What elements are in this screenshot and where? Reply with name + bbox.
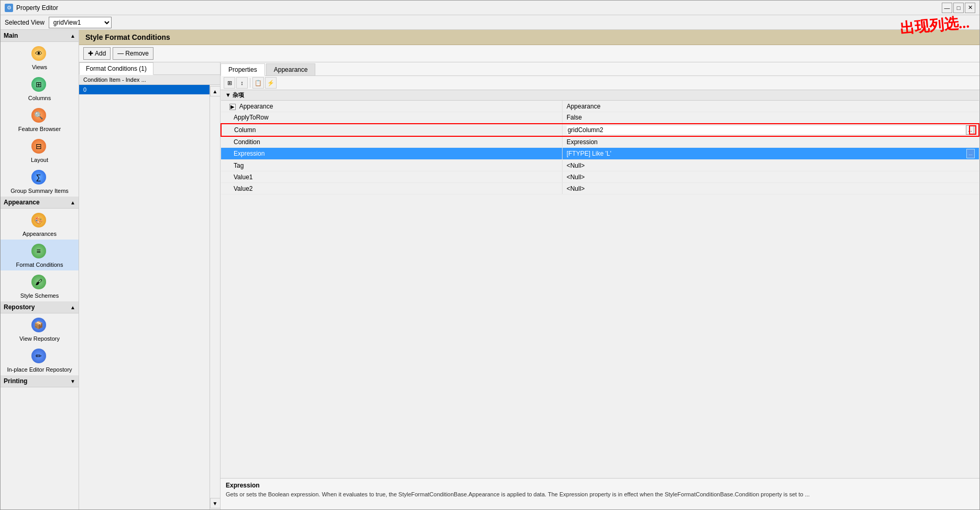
prop-name-condition: Condition bbox=[221, 136, 562, 148]
sidebar-item-style-schemes[interactable]: 🖌 Style Schemes bbox=[1, 270, 79, 301]
condition-items-list: 0 bbox=[79, 85, 210, 509]
description-area: Expression Gets or sets the Boolean expr… bbox=[221, 478, 979, 509]
app-icon: ⚙ bbox=[5, 4, 13, 12]
remove-button[interactable]: — Remove bbox=[113, 47, 153, 60]
maximize-button[interactable]: □ bbox=[953, 3, 964, 13]
props-row-applytorow: ApplyToRow False bbox=[221, 112, 979, 124]
tab-appearance[interactable]: Appearance bbox=[266, 63, 316, 75]
condition-entry[interactable]: 0 bbox=[79, 85, 210, 95]
main-toolbar: ✚ Add — Remove bbox=[79, 45, 979, 62]
prop-name-value2: Value2 bbox=[221, 183, 562, 194]
prop-name-tag: Tag bbox=[221, 160, 562, 171]
add-button[interactable]: ✚ Add bbox=[83, 47, 111, 60]
sidebar-printing-section[interactable]: Printing ▼ bbox=[1, 375, 79, 387]
selected-view-dropdown[interactable]: gridView1 bbox=[49, 17, 112, 28]
sidebar-item-label: View Repostory bbox=[19, 335, 60, 342]
sidebar-item-group-summary[interactable]: ∑ Group Summary Items bbox=[1, 166, 79, 197]
prop-value-column: ... bbox=[562, 124, 979, 136]
sidebar-item-label: Style Schemes bbox=[20, 292, 59, 299]
condition-list: Format Conditions (1) Condition Item - I… bbox=[79, 62, 221, 509]
prop-name-expression: Expression bbox=[221, 148, 562, 160]
sidebar-item-label: Group Summary Items bbox=[10, 188, 69, 194]
selected-view-label: Selected View bbox=[5, 19, 45, 26]
sidebar-item-appearances[interactable]: 🎨 Appearances bbox=[1, 209, 79, 240]
sidebar-item-views[interactable]: 👁 Views bbox=[1, 42, 79, 73]
prop-value-tag: <Null> bbox=[562, 160, 979, 171]
props-row-value1: Value1 <Null> bbox=[221, 171, 979, 183]
condition-tab[interactable]: Format Conditions (1) bbox=[79, 62, 153, 75]
tab-properties[interactable]: Properties bbox=[221, 63, 265, 76]
expression-ellipsis-button[interactable]: ... bbox=[966, 149, 975, 158]
remove-icon: — bbox=[117, 50, 124, 57]
props-tool-categorize[interactable]: ⊞ bbox=[224, 77, 235, 89]
expand-icon[interactable]: ▶ bbox=[229, 104, 236, 110]
window-controls: — □ ✕ bbox=[942, 3, 975, 13]
panel-header: Style Format Conditions bbox=[79, 30, 979, 45]
props-tool-filter[interactable]: ⚡ bbox=[265, 77, 277, 89]
sidebar-appearance-section[interactable]: Appearance ▲ bbox=[1, 197, 79, 209]
format-conditions-icon: ≡ bbox=[31, 244, 48, 261]
chevron-up-icon: ▲ bbox=[70, 305, 75, 310]
sidebar-item-feature-browser[interactable]: 🔍 Feature Browser bbox=[1, 104, 79, 135]
selected-view-bar: Selected View gridView1 bbox=[1, 15, 979, 30]
feature-browser-icon: 🔍 bbox=[31, 108, 48, 125]
columns-icon: ⊞ bbox=[31, 77, 48, 94]
prop-value-applytorow: False bbox=[562, 112, 979, 124]
props-tool-property-pages[interactable]: 📋 bbox=[252, 77, 264, 89]
description-title: Expression bbox=[226, 482, 974, 489]
content-area: Format Conditions (1) Condition Item - I… bbox=[79, 62, 979, 509]
sidebar-repository-section[interactable]: Repostory ▲ bbox=[1, 301, 79, 313]
prop-value-expression: [FTYPE] Like 'L' ... bbox=[562, 148, 979, 160]
props-row-column: Column ... bbox=[221, 124, 979, 136]
window-title: Property Editor bbox=[16, 4, 942, 12]
sidebar-item-label: Layout bbox=[31, 157, 48, 163]
layout-icon: ⊟ bbox=[31, 139, 48, 156]
prop-name-value1: Value1 bbox=[221, 171, 562, 183]
sidebar-item-layout[interactable]: ⊟ Layout bbox=[1, 135, 79, 166]
toolbar-divider bbox=[250, 78, 250, 88]
description-text: Gets or sets the Boolean expression. Whe… bbox=[226, 491, 974, 497]
style-schemes-icon: 🖌 bbox=[31, 275, 48, 291]
prop-name-column: Column bbox=[221, 124, 562, 136]
prop-name-applytorow: ApplyToRow bbox=[221, 112, 562, 124]
props-row-condition: Condition Expression bbox=[221, 136, 979, 148]
props-row-expression[interactable]: Expression [FTYPE] Like 'L' ... bbox=[221, 148, 979, 160]
props-section-row: ▼ 杂项 bbox=[221, 90, 979, 101]
view-repository-icon: 📦 bbox=[31, 318, 48, 334]
sidebar-item-format-conditions[interactable]: ≡ Format Conditions bbox=[1, 240, 79, 270]
sidebar-item-label: Columns bbox=[28, 95, 51, 101]
panel-title: Style Format Conditions bbox=[85, 33, 170, 41]
props-row-tag: Tag <Null> bbox=[221, 160, 979, 171]
sidebar-item-inplace-editor[interactable]: ✏ In-place Editor Repostory bbox=[1, 344, 79, 375]
props-row-appearance: ▶ Appearance Appearance bbox=[221, 101, 979, 112]
section-collapse-icon[interactable]: ▼ bbox=[225, 92, 231, 98]
column-ellipsis-button[interactable]: ... bbox=[966, 125, 974, 135]
chevron-up-icon: ▲ bbox=[70, 33, 75, 39]
scroll-down-button[interactable]: ▼ bbox=[210, 498, 221, 508]
properties-tabs: Properties Appearance bbox=[221, 62, 979, 76]
props-row-value2: Value2 <Null> bbox=[221, 183, 979, 194]
close-button[interactable]: ✕ bbox=[965, 3, 975, 13]
condition-item-header: Condition Item - Index ... bbox=[79, 75, 220, 85]
inplace-editor-icon: ✏ bbox=[31, 349, 48, 365]
right-panel: Style Format Conditions ✚ Add — Remove bbox=[79, 30, 979, 509]
condition-list-tabs: Format Conditions (1) bbox=[79, 62, 220, 75]
appearances-icon: 🎨 bbox=[31, 213, 48, 230]
column-value-input[interactable] bbox=[567, 126, 966, 134]
scroll-up-button[interactable]: ▲ bbox=[210, 86, 221, 96]
property-editor-window: ⚙ Property Editor — □ ✕ Selected View gr… bbox=[0, 0, 980, 510]
props-toolbar: ⊞ ↕ 📋 ⚡ bbox=[221, 76, 979, 90]
sidebar-item-label: In-place Editor Repostory bbox=[7, 366, 72, 373]
minimize-button[interactable]: — bbox=[942, 3, 952, 13]
props-tool-sort[interactable]: ↕ bbox=[236, 77, 248, 89]
props-table: ▼ 杂项 ▶ Appearance bbox=[221, 90, 979, 194]
prop-value-condition: Expression bbox=[562, 136, 979, 148]
sidebar-item-label: Feature Browser bbox=[18, 126, 61, 132]
sidebar-main-section[interactable]: Main ▲ bbox=[1, 30, 79, 42]
sidebar-item-columns[interactable]: ⊞ Columns bbox=[1, 73, 79, 104]
condition-list-scrollbar: ▲ ▼ bbox=[210, 85, 220, 509]
sidebar-item-view-repository[interactable]: 📦 View Repostory bbox=[1, 313, 79, 344]
chevron-up-icon: ▲ bbox=[70, 200, 75, 205]
chevron-down-icon: ▼ bbox=[70, 378, 75, 384]
sidebar-item-label: Format Conditions bbox=[16, 262, 63, 268]
